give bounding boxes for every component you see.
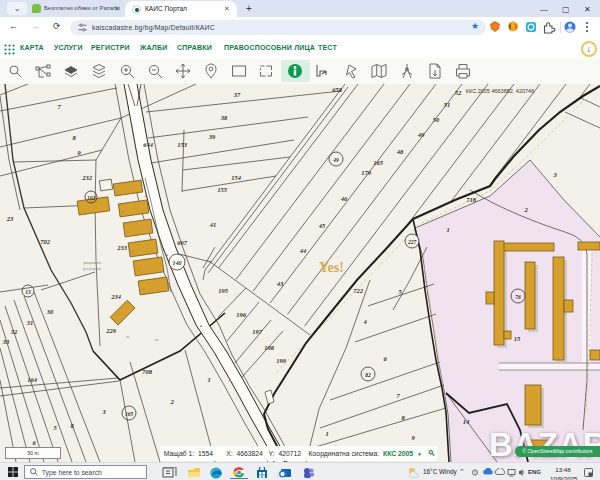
svg-text:154: 154 — [231, 174, 242, 181]
svg-text:49: 49 — [332, 157, 339, 163]
svg-text:48: 48 — [396, 148, 404, 155]
svg-text:37: 37 — [233, 91, 241, 98]
svg-text:32: 32 — [10, 328, 18, 335]
svg-text:15: 15 — [514, 335, 521, 342]
svg-text:164: 164 — [27, 376, 38, 383]
svg-text:102: 102 — [87, 195, 96, 201]
svg-text:198: 198 — [264, 344, 275, 351]
svg-text:708: 708 — [142, 368, 153, 375]
svg-text:38: 38 — [220, 114, 228, 121]
svg-text:197: 197 — [252, 328, 263, 335]
svg-text:232: 232 — [81, 174, 93, 181]
svg-text:199: 199 — [276, 357, 287, 364]
svg-text:165: 165 — [373, 159, 384, 166]
svg-text:1: 1 — [207, 376, 210, 383]
svg-text:155: 155 — [217, 186, 228, 193]
svg-text:179: 179 — [361, 169, 372, 176]
svg-text:33: 33 — [2, 338, 10, 345]
svg-text:49: 49 — [417, 131, 425, 138]
svg-text:Yes!: Yes! — [319, 260, 344, 275]
svg-text:▲: ▲ — [144, 194, 148, 198]
svg-text:46: 46 — [340, 195, 348, 202]
svg-text:82: 82 — [365, 372, 371, 378]
svg-text:234: 234 — [110, 293, 122, 300]
svg-text:644: 644 — [143, 141, 154, 148]
svg-text:30: 30 — [46, 308, 54, 315]
svg-text:658: 658 — [332, 86, 343, 93]
svg-text:702: 702 — [40, 238, 51, 245]
svg-text:227: 227 — [407, 239, 417, 245]
svg-text:▲: ▲ — [165, 253, 169, 257]
svg-text:дворищна: дворищна — [83, 260, 101, 265]
svg-text:регулация: регулация — [83, 266, 101, 271]
svg-text:пс: пс — [126, 335, 130, 339]
svg-text:52: 52 — [455, 89, 462, 96]
svg-text:13: 13 — [25, 289, 31, 295]
svg-text:76: 76 — [515, 294, 521, 300]
svg-text:1: 1 — [325, 430, 328, 437]
svg-text:41: 41 — [209, 221, 217, 228]
svg-text:44: 44 — [299, 247, 307, 254]
svg-text:195: 195 — [218, 287, 229, 294]
svg-text:153: 153 — [177, 141, 188, 148]
svg-text:39: 39 — [208, 133, 216, 140]
svg-text:23: 23 — [6, 215, 14, 222]
svg-text:229: 229 — [105, 327, 117, 334]
svg-text:43: 43 — [276, 280, 284, 287]
svg-text:196: 196 — [236, 311, 247, 318]
svg-text:718: 718 — [466, 196, 477, 203]
svg-text:140: 140 — [173, 260, 182, 266]
svg-text:▲: ▲ — [199, 324, 203, 328]
svg-text:14: 14 — [463, 418, 470, 425]
svg-text:пс: пс — [155, 338, 159, 342]
svg-text:45: 45 — [318, 222, 326, 229]
svg-text:50: 50 — [433, 116, 440, 123]
svg-text:▲: ▲ — [228, 378, 232, 382]
svg-text:165: 165 — [125, 411, 134, 417]
svg-text:233: 233 — [116, 244, 128, 251]
svg-text:31: 31 — [26, 319, 34, 326]
svg-text:1: 1 — [446, 226, 449, 233]
svg-text:722: 722 — [353, 287, 364, 294]
svg-text:▲: ▲ — [130, 124, 134, 128]
svg-text:51: 51 — [444, 101, 451, 108]
svg-text:ККС 2005 4663882, 420746: ККС 2005 4663882, 420746 — [466, 88, 534, 94]
svg-text:697: 697 — [177, 239, 188, 246]
